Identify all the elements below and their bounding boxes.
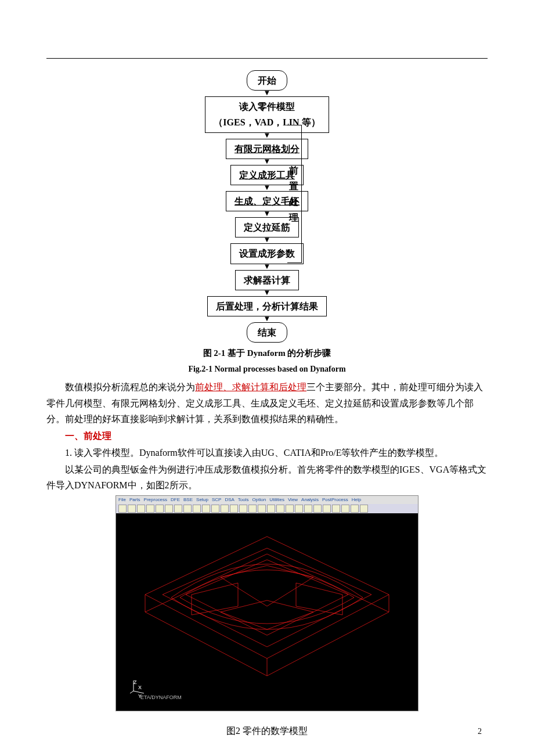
list-item-1: 1. 读入零件模型。Dynaform软件可以直接读入由UG、CATIA和Pro/… — [46, 445, 488, 460]
toolbar-button[interactable] — [118, 505, 127, 513]
flow-side-brace-preprocess: 前 置 处 理 — [287, 125, 302, 263]
toolbar-button[interactable] — [276, 505, 284, 513]
flow-side-label-char2: 置 — [289, 178, 298, 194]
toolbar-button[interactable] — [193, 505, 201, 513]
paragraph-example: 以某公司的典型钣金件为例进行冲压成形数值模拟分析。首先将零件的数学模型的IGES… — [46, 462, 488, 493]
toolbar-button[interactable] — [360, 505, 368, 513]
dynaform-menubar: File Parts Preprocess DFE BSE Setup SCP … — [116, 496, 418, 504]
svg-marker-2 — [186, 560, 348, 635]
flow-read-model-line2: （IGES，VAD，LIN 等） — [214, 114, 320, 130]
flow-end: 结束 — [247, 322, 287, 343]
svg-marker-1 — [163, 548, 371, 647]
flow-side-label-char1: 前 — [289, 163, 298, 178]
toolbar-button[interactable] — [174, 505, 182, 513]
flow-arrow: ▼ — [264, 237, 271, 243]
menu-item[interactable]: Setup — [196, 496, 208, 504]
top-rule — [46, 58, 488, 59]
flow-start: 开始 — [247, 70, 287, 91]
paragraph-overview: 数值模拟分析流程总的来说分为前处理、求解计算和后处理三个主要部分。其中，前处理可… — [46, 379, 488, 427]
toolbar-button[interactable] — [146, 505, 154, 513]
toolbar-button[interactable] — [239, 505, 247, 513]
flow-arrow: ▼ — [264, 185, 271, 191]
svg-marker-3 — [145, 554, 389, 676]
flow-arrow: ▼ — [264, 316, 271, 322]
axis-z-label: Z — [134, 678, 137, 687]
figure2-dynaform-screenshot: File Parts Preprocess DFE BSE Setup SCP … — [116, 495, 418, 711]
toolbar-button[interactable] — [211, 505, 219, 513]
flow-side-label-char4: 理 — [289, 210, 298, 225]
dynaform-canvas[interactable]: Z X Y ETA/DYNAFORM — [116, 513, 418, 711]
menu-item[interactable]: Option — [252, 496, 266, 504]
toolbar-button[interactable] — [156, 505, 164, 513]
svg-marker-10 — [296, 583, 342, 615]
toolbar-button[interactable] — [332, 505, 340, 513]
toolbar-button[interactable] — [304, 505, 312, 513]
menu-item[interactable]: Analysis — [301, 496, 319, 504]
menu-item[interactable]: SCP — [212, 496, 221, 504]
toolbar-button[interactable] — [267, 505, 275, 513]
menu-item[interactable]: Help — [352, 496, 361, 504]
toolbar-button[interactable] — [137, 505, 145, 513]
toolbar-button[interactable] — [341, 505, 349, 513]
fig2-caption: 图2 零件的数学模型 — [46, 723, 488, 739]
dynaform-brand-label: ETA/DYNAFORM — [140, 693, 182, 702]
svg-marker-8 — [221, 600, 313, 629]
svg-marker-0 — [145, 537, 389, 658]
toolbar-button[interactable] — [323, 505, 331, 513]
toolbar-button[interactable] — [295, 505, 303, 513]
flow-post: 后置处理，分析计算结果 — [207, 296, 327, 316]
menu-item[interactable]: DFE — [171, 496, 180, 504]
toolbar-button[interactable] — [230, 505, 238, 513]
flow-arrow: ▼ — [264, 159, 271, 165]
menu-item[interactable]: File — [118, 496, 126, 504]
flow-solver: 求解器计算 — [235, 270, 299, 290]
flow-arrow: ▼ — [264, 133, 271, 139]
toolbar-button[interactable] — [286, 505, 294, 513]
flowchart-fig21: 开始 ▼ 读入零件模型 （IGES，VAD，LIN 等） ▼ 有限元网格划分 ▼… — [46, 70, 488, 343]
figure2-wrapper: File Parts Preprocess DFE BSE Setup SCP … — [46, 495, 488, 711]
menu-item[interactable]: DSA — [225, 496, 234, 504]
toolbar-button[interactable] — [248, 505, 257, 513]
flow-arrow: ▼ — [264, 91, 271, 96]
svg-marker-9 — [192, 583, 238, 615]
svg-marker-7 — [221, 566, 313, 606]
menu-item[interactable]: PostProcess — [322, 496, 348, 504]
fig21-caption-en: Fig.2-1 Normal processes based on Dynafo… — [46, 362, 488, 376]
section-title-preprocess: 一、前处理 — [46, 428, 488, 444]
flow-side-label-char3: 处 — [289, 194, 298, 210]
svg-line-13 — [130, 691, 134, 693]
menu-item[interactable]: Parts — [129, 496, 140, 504]
toolbar-button[interactable] — [351, 505, 359, 513]
fig21-caption-cn: 图 2-1 基于 Dynaform 的分析步骤 — [46, 346, 488, 361]
menu-item[interactable]: BSE — [183, 496, 193, 504]
toolbar-button[interactable] — [165, 505, 173, 513]
toolbar-button[interactable] — [258, 505, 266, 513]
menu-item[interactable]: Utilities — [269, 496, 284, 504]
menu-item[interactable]: View — [288, 496, 298, 504]
flow-arrow: ▼ — [264, 290, 271, 296]
toolbar-button[interactable] — [128, 505, 136, 513]
menu-item[interactable]: Tools — [238, 496, 249, 504]
toolbar-button[interactable] — [221, 505, 229, 513]
part-wireframe — [116, 513, 418, 711]
toolbar-button[interactable] — [183, 505, 192, 513]
link-three-stages[interactable]: 前处理、求解计算和后处理 — [195, 382, 306, 392]
flow-read-model: 读入零件模型 （IGES，VAD，LIN 等） — [205, 96, 329, 132]
flow-read-model-line1: 读入零件模型 — [214, 99, 320, 114]
para-text-a: 数值模拟分析流程总的来说分为 — [65, 382, 195, 392]
menu-item[interactable]: Preprocess — [144, 496, 167, 504]
toolbar-button[interactable] — [313, 505, 322, 513]
flow-arrow: ▼ — [264, 211, 271, 217]
page-number: 2 — [478, 725, 482, 739]
flow-arrow: ▼ — [264, 264, 271, 270]
toolbar-button[interactable] — [202, 505, 210, 513]
